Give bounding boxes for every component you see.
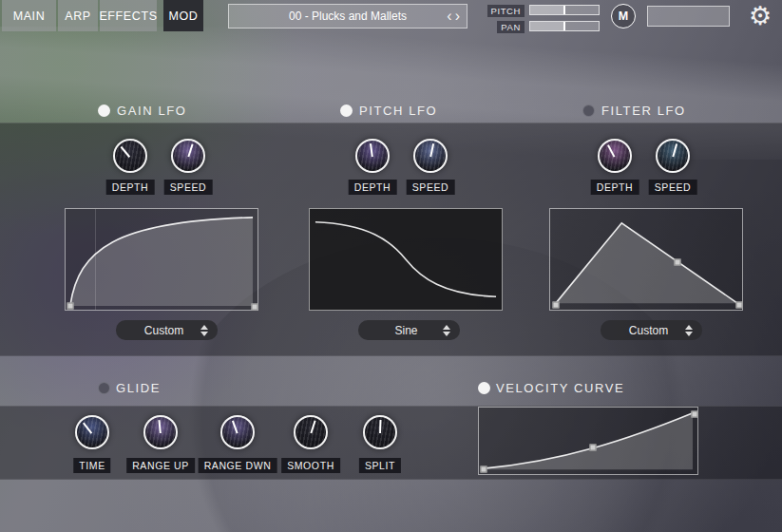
gain-speed-knob[interactable]	[171, 139, 205, 173]
curve-handle[interactable]	[692, 411, 698, 418]
knob-needle	[370, 143, 373, 157]
glide-time-knob[interactable]	[75, 415, 109, 449]
gain-lfo-enable-toggle[interactable]	[98, 104, 110, 117]
pitch-speed-knob[interactable]	[413, 139, 448, 173]
glide-enable-toggle[interactable]	[98, 382, 110, 394]
filter-depth-knob[interactable]	[598, 139, 632, 173]
pitch-depth-knob[interactable]	[355, 139, 390, 173]
knob-needle	[158, 420, 161, 433]
glide-split-knob[interactable]	[363, 415, 397, 449]
gain-speed-label: SPEED	[164, 180, 213, 195]
velocity-curve	[479, 408, 697, 474]
pitch-lfo-curve-editor[interactable]	[309, 208, 503, 311]
pitch-lfo-shape-select[interactable]: Sine	[358, 320, 460, 340]
knob-needle	[672, 143, 677, 157]
filter-speed-knob[interactable]	[656, 139, 690, 173]
glide-range-down-knob[interactable]	[220, 415, 255, 449]
curve-handle[interactable]	[481, 466, 487, 473]
knob-needle	[121, 146, 131, 158]
knob-needle	[379, 420, 381, 433]
grid-line	[95, 209, 96, 310]
pitch-lfo-panel: PITCH LFO DEPTH SPEED Sine	[242, 0, 503, 532]
filter-lfo-title: FILTER LFO	[601, 104, 686, 118]
filter-lfo-shape-value: Custom	[612, 324, 685, 337]
select-arrows-icon	[200, 325, 208, 336]
knob-needle	[607, 144, 615, 157]
curve-handle[interactable]	[736, 302, 743, 309]
gain-lfo-shape-value: Custom	[127, 324, 200, 337]
velocity-curve-title: VELOCITY CURVE	[496, 381, 624, 395]
gain-lfo-shape-select[interactable]: Custom	[116, 320, 218, 340]
pitch-lfo-curve	[310, 209, 502, 310]
pitch-lfo-enable-toggle[interactable]	[340, 104, 353, 117]
knob-needle	[232, 421, 238, 434]
settings-gear-icon[interactable]: ⚙	[745, 1, 775, 31]
glide-time-label: TIME	[73, 458, 110, 473]
knob-needle	[429, 143, 434, 157]
glide-range-up-knob[interactable]	[143, 415, 178, 449]
velocity-curve-enable-toggle[interactable]	[478, 382, 490, 394]
pitch-lfo-title: PITCH LFO	[359, 104, 437, 118]
filter-lfo-enable-toggle[interactable]	[582, 104, 595, 117]
glide-range-down-label: RANGE DWN	[199, 458, 277, 473]
glide-split-label: SPLIT	[359, 458, 401, 473]
filter-depth-label: DEPTH	[591, 180, 639, 195]
curve-handle[interactable]	[675, 259, 681, 266]
curve-handle[interactable]	[590, 445, 597, 451]
knob-needle	[187, 143, 193, 157]
filter-speed-label: SPEED	[649, 180, 697, 195]
gain-depth-knob[interactable]	[113, 139, 147, 173]
gain-lfo-curve-editor[interactable]	[65, 208, 258, 311]
pitch-depth-label: DEPTH	[349, 180, 397, 195]
gain-lfo-title: GAIN LFO	[117, 104, 186, 118]
curve-handle[interactable]	[553, 302, 560, 309]
knob-needle	[83, 423, 92, 434]
velocity-curve-editor[interactable]	[478, 407, 698, 475]
filter-lfo-shape-select[interactable]: Custom	[601, 320, 702, 340]
filter-lfo-curve	[550, 209, 742, 310]
glide-range-up-label: RANGE UP	[126, 458, 195, 473]
gain-depth-label: DEPTH	[106, 180, 155, 195]
glide-smooth-label: SMOOTH	[281, 458, 340, 473]
knob-needle	[310, 420, 315, 433]
plugin-window: MAIN ARP EFFECTS MOD 00 - Plucks and Mal…	[0, 0, 782, 532]
pitch-speed-label: SPEED	[407, 180, 455, 195]
gain-lfo-panel: GAIN LFO DEPTH SPEED Custom	[0, 0, 260, 532]
filter-lfo-curve-editor[interactable]	[549, 208, 743, 311]
glide-title: GLIDE	[116, 381, 161, 395]
glide-smooth-knob[interactable]	[294, 415, 328, 449]
select-arrows-icon	[443, 325, 450, 336]
curve-handle[interactable]	[67, 303, 74, 310]
pitch-lfo-shape-value: Sine	[370, 324, 443, 337]
select-arrows-icon	[685, 325, 693, 336]
